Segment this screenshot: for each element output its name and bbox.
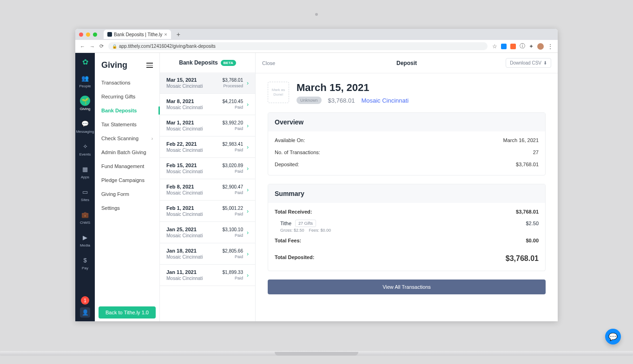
deposit-amount: $3,100.10 (223, 227, 244, 232)
browser-tab[interactable]: Bank Deposits | Tithe.ly × (104, 30, 171, 39)
deposit-row[interactable]: Feb 15, 2021 Mosaic Cincinnati $3,020.89… (160, 158, 255, 179)
summary-header: Summary (268, 184, 545, 203)
deposit-date: Mar 15, 2021 (166, 77, 219, 83)
notification-badge[interactable]: 1 (81, 296, 89, 305)
chevron-right-icon: › (247, 165, 249, 172)
window-maximize-button[interactable] (93, 32, 97, 37)
deposit-org: Mosaic Cincinnati (166, 190, 219, 195)
nav-item-tax-statements[interactable]: Tax Statements (95, 117, 159, 131)
extensions-icon[interactable]: ✦ (529, 43, 534, 50)
extension-icon[interactable] (501, 44, 507, 49)
nav-label: Settings (101, 205, 120, 211)
total-fees-label: Total Fees: (275, 238, 301, 243)
deposit-amount: $2,805.66 (223, 248, 244, 254)
rail-item-chms[interactable]: 💼ChMS (76, 206, 94, 228)
reload-icon[interactable]: ⟳ (99, 43, 104, 49)
rail-item-giving[interactable]: 🌱Giving (76, 92, 94, 115)
gross-label: Gross: $2.50 (280, 228, 304, 233)
nav-item-fund-management[interactable]: Fund Management (95, 159, 159, 173)
beta-badge: BETA (221, 60, 236, 66)
tab-close-button[interactable]: × (164, 32, 167, 37)
close-button[interactable]: Close (262, 60, 275, 66)
mark-done-button[interactable]: Mark as Done! (268, 82, 289, 103)
browser-tab-bar: Bank Deposits | Tithe.ly × + (75, 29, 558, 40)
tab-title: Bank Deposits | Tithe.ly (114, 32, 162, 37)
fees-label: Fees: $0.00 (309, 228, 331, 233)
deposit-row[interactable]: Mar 1, 2021 Mosaic Cincinnati $3,992.20 … (160, 115, 255, 136)
device-notch (275, 352, 358, 356)
new-tab-button[interactable]: + (177, 31, 180, 38)
apps-icon: ▦ (80, 164, 90, 174)
deposit-status: Paid (223, 254, 244, 259)
chevron-right-icon: › (247, 229, 249, 236)
deposit-date-title: March 15, 2021 (297, 82, 546, 94)
rail-item-people[interactable]: 👥People (76, 69, 94, 92)
window-close-button[interactable] (79, 32, 83, 37)
deposit-date: Jan 25, 2021 (166, 227, 219, 232)
rail-item-apps[interactable]: ▦Apps (76, 160, 94, 183)
deposit-status: Paid (223, 126, 244, 131)
rail-item-events[interactable]: ✧Events (76, 137, 94, 160)
chevron-right-icon: › (152, 136, 153, 141)
nav-item-check-scanning[interactable]: Check Scanning› (95, 131, 159, 145)
nav-item-bank-deposits[interactable]: Bank Deposits (95, 104, 159, 117)
sidebar: Giving TransactionsRecurring GiftsBank D… (95, 53, 160, 321)
detail-header-title: Deposit (396, 60, 417, 66)
info-icon[interactable]: ⓘ (520, 42, 525, 50)
back-icon[interactable]: ← (80, 44, 85, 49)
browser-address-bar: ← → ⟳ 🔒 app.tithely.com/12416042/giving/… (75, 40, 558, 53)
extension-icon[interactable] (510, 44, 516, 49)
deposit-org: Mosaic Cincinnati (166, 126, 219, 131)
rail-user-button[interactable]: 👤 (80, 307, 90, 318)
download-csv-button[interactable]: Download CSV ⬇ (506, 58, 551, 68)
deposit-row[interactable]: Feb 8, 2021 Mosaic Cincinnati $2,900.47 … (160, 179, 255, 201)
star-icon[interactable]: ☆ (492, 43, 497, 50)
nav-item-pledge-campaigns[interactable]: Pledge Campaigns (95, 173, 159, 187)
deposit-row[interactable]: Feb 22, 2021 Mosaic Cincinnati $2,983.41… (160, 136, 255, 158)
window-minimize-button[interactable] (86, 32, 90, 37)
hamburger-icon[interactable] (146, 63, 153, 68)
nav-label: Recurring Gifts (101, 94, 135, 99)
deposit-date: Feb 1, 2021 (166, 205, 219, 211)
deposit-amount: $4,210.45 (223, 99, 244, 104)
deposit-date: Mar 1, 2021 (166, 120, 219, 125)
deposit-list[interactable]: Mar 15, 2021 Mosaic Cincinnati $3,768.01… (160, 72, 255, 321)
deposit-org: Mosaic Cincinnati (166, 84, 219, 89)
rail-item-media[interactable]: ▶Media (76, 228, 94, 251)
deposit-row[interactable]: Mar 15, 2021 Mosaic Cincinnati $3,768.01… (160, 72, 255, 94)
deposit-row[interactable]: Jan 25, 2021 Mosaic Cincinnati $3,100.10… (160, 222, 255, 243)
nav-item-giving-form[interactable]: Giving Form (95, 187, 159, 201)
favicon-icon (107, 32, 112, 37)
deposit-row[interactable]: Jan 18, 2021 Mosaic Cincinnati $2,805.66… (160, 243, 255, 265)
nav-item-admin-batch-giving[interactable]: Admin Batch Giving (95, 145, 159, 159)
rail-item-messaging[interactable]: 💬Messaging (76, 115, 94, 137)
nav-item-transactions[interactable]: Transactions (95, 76, 159, 90)
download-icon: ⬇ (543, 60, 547, 65)
url-field[interactable]: 🔒 app.tithely.com/12416042/giving/bank-d… (108, 42, 488, 50)
rail-item-pay[interactable]: $Pay (76, 251, 94, 274)
deposit-status: Paid (223, 212, 244, 216)
nav-item-recurring-gifts[interactable]: Recurring Gifts (95, 90, 159, 104)
chevron-right-icon: › (247, 101, 249, 108)
deposit-org-link[interactable]: Mosaic Cincinnati (361, 97, 409, 104)
nav-label: Tax Statements (101, 122, 137, 127)
chat-fab-button[interactable]: 💬 (605, 329, 621, 344)
deposit-row[interactable]: Jan 11, 2021 Mosaic Cincinnati $1,899.33… (160, 265, 255, 286)
deposit-date: Feb 22, 2021 (166, 141, 219, 147)
messaging-icon: 💬 (80, 118, 90, 129)
tithe-label: Tithe (280, 221, 291, 226)
rail-label: Giving (80, 107, 91, 111)
deposit-row[interactable]: Feb 1, 2021 Mosaic Cincinnati $5,001.22 … (160, 201, 255, 222)
nav-item-settings[interactable]: Settings (95, 201, 159, 215)
forward-icon[interactable]: → (90, 44, 95, 49)
view-all-transactions-button[interactable]: View All Transactions (268, 280, 546, 294)
rail-item-sites[interactable]: ▭Sites (76, 183, 94, 206)
status-pill: Unknown (297, 97, 322, 104)
deposit-row[interactable]: Mar 8, 2021 Mosaic Cincinnati $4,210.45 … (160, 94, 255, 115)
deposit-date: Feb 8, 2021 (166, 184, 219, 189)
chevron-right-icon: › (247, 123, 249, 129)
logo-icon[interactable]: ✿ (82, 58, 88, 66)
menu-icon[interactable]: ⋮ (547, 43, 553, 50)
profile-avatar[interactable] (537, 43, 544, 50)
back-to-tithely-button[interactable]: Back to Tithe.ly 1.0 (99, 306, 156, 318)
